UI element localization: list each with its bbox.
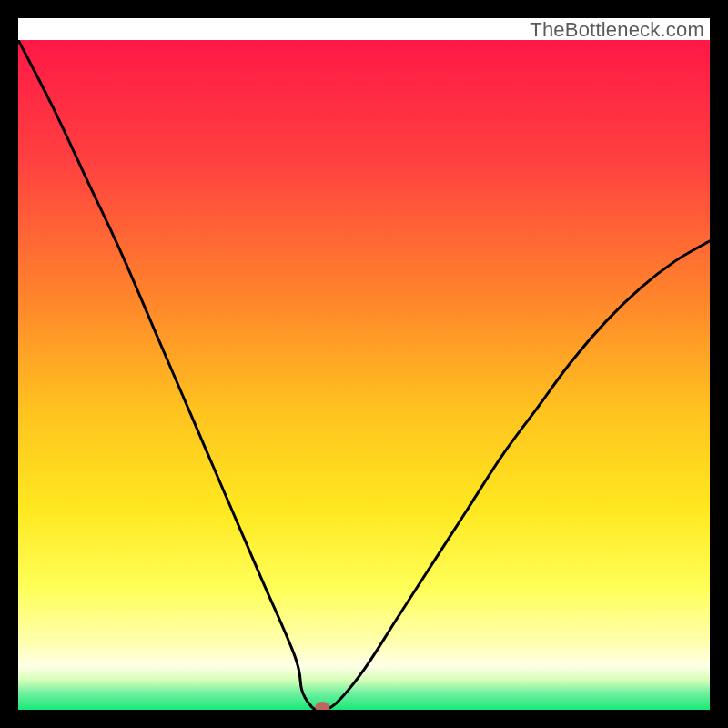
- plot-area: [18, 40, 710, 710]
- gradient-background: [18, 40, 710, 710]
- chart-frame: TheBottleneck.com: [18, 18, 710, 710]
- bottleneck-chart: [18, 40, 710, 710]
- watermark-text: TheBottleneck.com: [530, 18, 704, 42]
